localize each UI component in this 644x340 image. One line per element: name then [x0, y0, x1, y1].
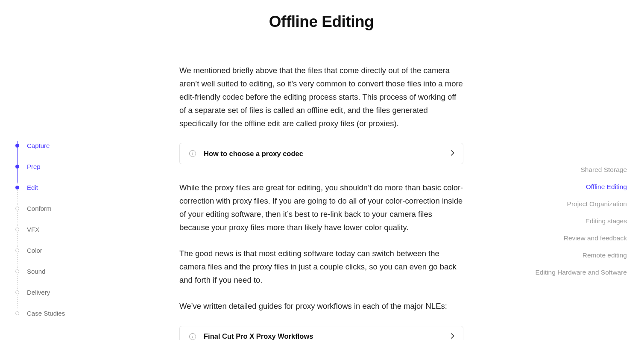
- info-icon: [189, 333, 196, 340]
- link-card-fcpx-proxy[interactable]: Final Cut Pro X Proxy Workflows: [179, 326, 463, 340]
- stage-conform[interactable]: Conform: [15, 198, 109, 219]
- stage-prep[interactable]: Prep: [15, 156, 109, 177]
- stage-color[interactable]: Color: [15, 240, 109, 261]
- section-link-review-feedback[interactable]: Review and feedback: [535, 234, 627, 242]
- article-body: Offline Editing We mentioned briefly abo…: [179, 13, 463, 340]
- stage-label: Prep: [27, 163, 41, 170]
- stage-dot-icon: [15, 144, 19, 148]
- section-link-project-organization[interactable]: Project Organization: [535, 200, 627, 208]
- stage-dot-icon: [15, 186, 19, 189]
- link-card-label: How to choose a proxy codec: [204, 150, 451, 158]
- stage-sound[interactable]: Sound: [15, 261, 109, 282]
- link-card-proxy-codec[interactable]: How to choose a proxy codec: [179, 143, 463, 164]
- stage-label: VFX: [27, 226, 39, 233]
- stage-vfx[interactable]: VFX: [15, 219, 109, 240]
- section-link-shared-storage[interactable]: Shared Storage: [535, 166, 627, 174]
- paragraph: We mentioned briefly above that the file…: [179, 64, 463, 130]
- stage-dot-icon: [15, 228, 19, 231]
- paragraph: While the proxy files are great for edit…: [179, 181, 463, 234]
- stage-dot-icon: [15, 311, 19, 315]
- chevron-right-icon: [451, 150, 454, 157]
- stage-label: Sound: [27, 268, 45, 275]
- section-link-remote-editing[interactable]: Remote editing: [535, 251, 627, 259]
- stage-edit[interactable]: Edit: [15, 177, 109, 198]
- stage-label: Capture: [27, 142, 50, 149]
- stage-label: Conform: [27, 205, 52, 212]
- stage-label: Edit: [27, 184, 38, 191]
- stage-dot-icon: [15, 207, 19, 210]
- right-section-nav: Shared Storage Offline Editing Project O…: [535, 166, 627, 286]
- stage-case-studies[interactable]: Case Studies: [15, 303, 109, 324]
- stage-delivery[interactable]: Delivery: [15, 282, 109, 303]
- stage-label: Case Studies: [27, 310, 65, 317]
- stage-dot-icon: [15, 165, 19, 169]
- section-link-offline-editing[interactable]: Offline Editing: [535, 183, 627, 191]
- stage-dot-icon: [15, 248, 19, 252]
- page-title: Offline Editing: [179, 13, 463, 31]
- chevron-right-icon: [451, 333, 454, 340]
- section-link-editing-stages[interactable]: Editing stages: [535, 217, 627, 225]
- link-card-label: Final Cut Pro X Proxy Workflows: [204, 332, 451, 340]
- stage-dot-icon: [15, 269, 19, 273]
- paragraph: We’ve written detailed guides for proxy …: [179, 300, 463, 313]
- stage-label: Delivery: [27, 289, 50, 296]
- paragraph: The good news is that most editing softw…: [179, 247, 463, 287]
- left-stage-nav: Capture Prep Edit Conform VFX Color Soun…: [15, 135, 109, 324]
- section-link-hardware-software[interactable]: Editing Hardware and Software: [535, 269, 627, 276]
- stage-label: Color: [27, 247, 42, 254]
- info-icon: [189, 150, 196, 157]
- stage-capture[interactable]: Capture: [15, 135, 109, 156]
- stage-dot-icon: [15, 290, 19, 294]
